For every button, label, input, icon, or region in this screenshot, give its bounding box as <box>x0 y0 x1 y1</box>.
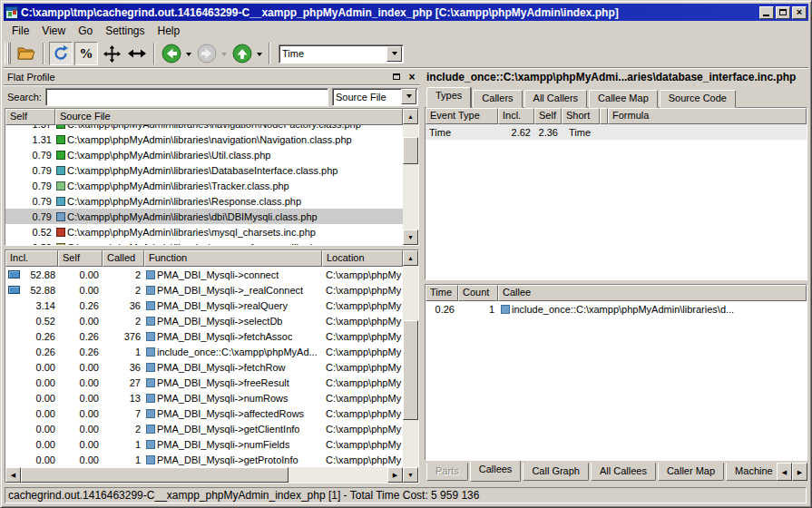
column-header-called[interactable]: Called <box>103 250 144 267</box>
menu-file[interactable]: File <box>5 23 35 39</box>
open-file-button[interactable] <box>15 42 38 65</box>
scroll-right-icon[interactable]: ▶ <box>387 467 403 483</box>
tab-parts[interactable]: Parts <box>426 463 468 481</box>
up-dropdown-icon[interactable] <box>257 53 262 59</box>
column-header-incl[interactable]: Incl. <box>5 250 58 267</box>
relative-to-parent-button[interactable] <box>100 42 123 65</box>
scroll-down-icon[interactable]: ▼ <box>403 230 418 245</box>
back-button[interactable] <box>160 42 183 65</box>
column-header-source-file[interactable]: Source File <box>55 109 403 125</box>
scrollbar-track[interactable] <box>403 420 418 467</box>
scrollbar-track[interactable] <box>289 467 387 483</box>
table-row[interactable]: 0.00 0.00 7 PMA_DBI_Mysqli->affectedRows… <box>5 405 403 421</box>
forward-dropdown-icon[interactable] <box>221 53 227 59</box>
dock-title-bar[interactable]: Flat Profile × <box>4 69 420 85</box>
menu-view[interactable]: View <box>35 23 72 39</box>
column-header-function[interactable]: Function <box>144 250 322 267</box>
dock-close-button[interactable]: × <box>406 71 418 83</box>
table-row[interactable]: 0.00 0.00 13 PMA_DBI_Mysqli->numRows C:\… <box>5 390 403 405</box>
column-header-short[interactable]: Short <box>562 108 600 124</box>
cycle-detection-button[interactable] <box>125 42 149 65</box>
column-header-incl[interactable]: Incl. <box>498 108 534 124</box>
table-row[interactable]: 0.00 0.00 27 PMA_DBI_Mysqli->freeResult … <box>5 375 403 390</box>
grouping-combobox[interactable]: Source File <box>332 88 418 106</box>
dock-float-button[interactable] <box>390 71 403 83</box>
column-header-time[interactable]: Time <box>426 285 458 301</box>
event-type-combobox-value: Time <box>279 48 386 59</box>
tab-callers[interactable]: Callers <box>473 90 522 108</box>
table-row[interactable]: 0.52 C:\xampp\phpMyAdmin\libraries\user_… <box>5 239 403 245</box>
maximize-button[interactable] <box>776 6 790 19</box>
scroll-up-icon[interactable]: ▲ <box>403 250 418 266</box>
table-row[interactable]: 0.79 C:\xampp\phpMyAdmin\libraries\Datab… <box>5 162 403 178</box>
vertical-scrollbar[interactable]: ▲ ▼ <box>403 250 418 483</box>
tab-types[interactable]: Types <box>426 87 471 108</box>
toolbar-handle[interactable] <box>5 43 11 64</box>
table-row[interactable]: 52.88 0.00 2 PMA_DBI_Mysqli->_realConnec… <box>5 282 403 298</box>
table-row[interactable]: 1.31 C:\xampp\phpMyAdmin\libraries\navig… <box>5 132 403 147</box>
close-button[interactable]: × <box>792 6 807 19</box>
scroll-down-icon[interactable]: ▼ <box>403 467 418 483</box>
table-row[interactable]: Time 2.62 2.36 Time <box>426 124 807 140</box>
tab-all-callers[interactable]: All Callers <box>524 90 588 108</box>
tab-call-graph[interactable]: Call Graph <box>523 463 589 481</box>
table-row[interactable]: 0.26 1 include_once::C:\xampp\phpMyAdmin… <box>426 301 807 317</box>
column-header-count[interactable]: Count <box>458 285 498 301</box>
tab-caller-map[interactable]: Caller Map <box>658 463 724 481</box>
tab-machine-code[interactable]: Machine <box>726 463 780 481</box>
table-row[interactable]: 0.26 0.26 1 include_once::C:\xampp\phpMy… <box>5 344 403 359</box>
column-header-self[interactable]: Self <box>58 250 103 267</box>
table-row[interactable]: 0.00 0.00 2 PMA_DBI_Mysqli->getClientInf… <box>5 421 403 436</box>
table-row[interactable]: 0.79 C:\xampp\phpMyAdmin\libraries\Respo… <box>5 193 403 209</box>
scrollbar-thumb[interactable] <box>403 320 418 420</box>
scroll-up-icon[interactable]: ▲ <box>403 109 418 124</box>
tab-source-code[interactable]: Source Code <box>660 90 736 108</box>
search-input[interactable] <box>45 88 328 106</box>
column-header-location[interactable]: Location <box>322 250 403 267</box>
tab-scroll-left-icon[interactable]: ◀ <box>777 463 792 481</box>
tab-scroll-right-icon[interactable]: ▶ <box>792 463 807 481</box>
table-row[interactable]: 0.26 0.26 376 PMA_DBI_Mysqli->fetchAssoc… <box>5 328 403 344</box>
event-type-combobox[interactable]: Time <box>279 44 404 64</box>
back-dropdown-icon[interactable] <box>186 53 191 59</box>
horizontal-scrollbar[interactable]: ◀ ▶ <box>5 467 403 483</box>
vertical-scrollbar[interactable]: ▲ ▼ <box>403 109 418 245</box>
column-header-self[interactable]: Self <box>534 108 562 124</box>
title-bar[interactable]: C:\xampp\tmp\cachegrind.out.1416463299-C… <box>4 4 808 21</box>
tab-all-callees[interactable]: All Callees <box>591 463 656 481</box>
relative-percent-button[interactable]: % <box>74 42 98 65</box>
column-header-formula[interactable]: Formula <box>608 108 807 124</box>
table-row[interactable]: 0.00 0.00 1 PMA_DBI_Mysqli->getProtoInfo… <box>5 452 403 467</box>
table-row[interactable]: 52.88 0.00 2 PMA_DBI_Mysqli->connect C:\… <box>5 267 403 282</box>
menu-help[interactable]: Help <box>152 23 187 39</box>
column-header-callee[interactable]: Callee <box>498 285 807 301</box>
called-count-cell: 2 <box>103 285 144 296</box>
table-row[interactable]: 0.79 C:\xampp\phpMyAdmin\libraries\Util.… <box>5 147 403 162</box>
scroll-left-icon[interactable]: ◀ <box>5 467 21 483</box>
table-row[interactable]: 1.37 C:\xampp\phpMyAdmin\libraries\navig… <box>5 125 403 132</box>
up-button[interactable] <box>230 42 254 65</box>
column-header-self[interactable]: Self <box>5 109 55 125</box>
scrollbar-thumb[interactable] <box>403 137 418 164</box>
cost-color-icon <box>56 228 65 237</box>
menu-go[interactable]: Go <box>72 23 99 39</box>
table-row[interactable]: 0.79 C:\xampp\phpMyAdmin\libraries\dbi\D… <box>5 209 403 224</box>
minimize-button[interactable] <box>759 6 774 19</box>
table-row[interactable]: 0.52 C:\xampp\phpMyAdmin\libraries\mysql… <box>5 224 403 239</box>
forward-button[interactable] <box>195 42 219 65</box>
tab-callees[interactable]: Callees <box>470 461 522 482</box>
menu-settings[interactable]: Settings <box>99 23 151 39</box>
event-type-combobox-button[interactable] <box>386 46 402 62</box>
scrollbar-thumb[interactable] <box>21 467 289 483</box>
scrollbar-track[interactable] <box>403 164 418 230</box>
table-row[interactable]: 3.14 0.26 36 PMA_DBI_Mysqli->realQuery C… <box>5 298 403 313</box>
grouping-combobox-button[interactable] <box>401 89 416 104</box>
table-row[interactable]: 0.79 C:\xampp\phpMyAdmin\libraries\Track… <box>5 178 403 193</box>
column-header-event-type[interactable]: Event Type <box>426 108 498 124</box>
source-file-cell: C:\xampp\phpMyAdmin\libraries\navigation… <box>67 134 403 145</box>
table-row[interactable]: 0.00 0.00 1 PMA_DBI_Mysqli->numFields C:… <box>5 436 403 452</box>
table-row[interactable]: 0.52 0.00 2 PMA_DBI_Mysqli->selectDb C:\… <box>5 313 403 328</box>
table-row[interactable]: 0.00 0.00 36 PMA_DBI_Mysqli->fetchRow C:… <box>5 359 403 375</box>
tab-callee-map[interactable]: Callee Map <box>589 90 658 108</box>
reload-button[interactable] <box>49 42 73 65</box>
